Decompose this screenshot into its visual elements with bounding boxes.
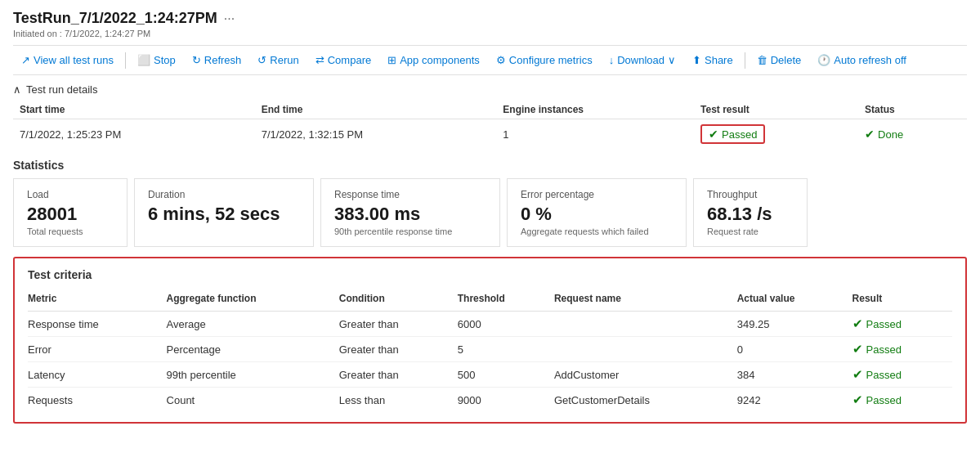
result-check-icon: ✔ [852, 342, 863, 357]
result-passed-badge: ✔ Passed [852, 367, 902, 382]
stop-button[interactable]: ⬜ Stop [129, 51, 184, 70]
passed-badge: ✔ Passed [700, 124, 765, 144]
engine-instances-value: 1 [496, 119, 694, 150]
criteria-metric: Latency [28, 362, 167, 388]
stats-row: Load 28001 Total requests Duration 6 min… [13, 178, 967, 247]
stat-error-value: 0 % [521, 204, 673, 225]
criteria-threshold: 9000 [458, 388, 554, 413]
col-end-time: End time [255, 101, 497, 119]
result-passed-badge: ✔ Passed [852, 316, 902, 331]
stat-card-duration: Duration 6 mins, 52 secs [134, 178, 314, 247]
done-check-icon: ✔ [865, 128, 875, 141]
criteria-table: Metric Aggregate function Condition Thre… [28, 289, 952, 412]
share-button[interactable]: ⬆ Share [684, 51, 741, 70]
result-passed-badge: ✔ Passed [852, 342, 902, 357]
criteria-result: ✔ Passed [852, 388, 952, 413]
result-check-icon: ✔ [852, 392, 863, 407]
criteria-actual-value: 384 [737, 362, 852, 388]
criteria-request-name [554, 337, 737, 362]
subtitle: Initiated on : 7/1/2022, 1:24:27 PM [13, 29, 967, 38]
result-label: Passed [866, 369, 902, 381]
criteria-row: Error Percentage Greater than 5 0 ✔ Pass… [28, 337, 952, 362]
test-criteria-section: Test criteria Metric Aggregate function … [13, 257, 967, 424]
col-request-name: Request name [554, 289, 737, 312]
clock-icon: 🕐 [817, 54, 830, 66]
criteria-aggregate: 99th percentile [167, 362, 339, 388]
collapse-icon: ∧ [13, 83, 21, 96]
stat-error-sublabel: Aggregate requests which failed [521, 227, 673, 236]
start-time-value: 7/1/2022, 1:25:23 PM [13, 119, 255, 150]
stat-card-response-time: Response time 383.00 ms 90th percentile … [320, 178, 500, 247]
title-row: TestRun_7/1/2022_1:24:27PM ··· [13, 10, 967, 27]
compare-button[interactable]: ⇄ Compare [307, 51, 379, 70]
result-label: Passed [866, 318, 902, 330]
auto-refresh-button[interactable]: 🕐 Auto refresh off [809, 51, 915, 70]
stat-error-label: Error percentage [521, 189, 673, 200]
stat-card-error: Error percentage 0 % Aggregate requests … [507, 178, 687, 247]
stat-response-label: Response time [334, 189, 486, 200]
app-components-icon: ⊞ [387, 54, 396, 66]
test-result-value: ✔ Passed [694, 119, 858, 150]
criteria-row: Response time Average Greater than 6000 … [28, 312, 952, 337]
end-time-value: 7/1/2022, 1:32:15 PM [255, 119, 497, 150]
status-value: ✔ Done [858, 119, 967, 150]
delete-button[interactable]: 🗑 Delete [749, 51, 810, 70]
criteria-request-name: AddCustomer [554, 362, 737, 388]
result-label: Passed [866, 343, 902, 356]
details-row: 7/1/2022, 1:25:23 PM 7/1/2022, 1:32:15 P… [13, 119, 967, 150]
stat-duration-value: 6 mins, 52 secs [148, 204, 300, 225]
criteria-condition: Greater than [339, 362, 458, 388]
stat-response-value: 383.00 ms [334, 204, 486, 225]
col-start-time: Start time [13, 101, 255, 119]
download-icon: ↓ [609, 54, 615, 66]
details-table: Start time End time Engine instances Tes… [13, 101, 967, 149]
criteria-condition: Greater than [339, 337, 458, 362]
criteria-metric: Response time [28, 312, 167, 337]
view-all-button[interactable]: ↗ View all test runs [13, 51, 122, 70]
stat-throughput-sublabel: Request rate [707, 227, 794, 236]
stat-card-load: Load 28001 Total requests [13, 178, 128, 247]
col-condition: Condition [339, 289, 458, 312]
col-test-result: Test result [694, 101, 858, 119]
configure-metrics-button[interactable]: ⚙ Configure metrics [488, 51, 601, 70]
stat-card-throughput: Throughput 68.13 /s Request rate [693, 178, 808, 247]
stat-response-sublabel: 90th percentile response time [334, 227, 486, 236]
toolbar: ↗ View all test runs ⬜ Stop ↻ Refresh ↺ … [13, 45, 967, 75]
rerun-button[interactable]: ↺ Rerun [249, 51, 307, 70]
page-title: TestRun_7/1/2022_1:24:27PM [13, 10, 217, 27]
result-label: Passed [866, 394, 902, 406]
test-run-details-header[interactable]: ∧ Test run details [13, 75, 967, 101]
stat-load-label: Load [27, 189, 114, 200]
criteria-threshold: 5 [458, 337, 554, 362]
col-result: Result [852, 289, 952, 312]
passed-check-icon: ✔ [709, 128, 718, 141]
compare-icon: ⇄ [315, 54, 324, 66]
title-menu-button[interactable]: ··· [224, 11, 235, 26]
stop-icon: ⬜ [137, 54, 150, 66]
col-aggregate: Aggregate function [167, 289, 339, 312]
statistics-label: Statistics [13, 159, 967, 172]
delete-icon: 🗑 [757, 54, 767, 66]
col-actual-value: Actual value [737, 289, 852, 312]
configure-metrics-icon: ⚙ [496, 54, 506, 66]
col-status: Status [858, 101, 967, 119]
refresh-icon: ↻ [192, 54, 201, 66]
app-components-button[interactable]: ⊞ App components [379, 51, 488, 70]
criteria-actual-value: 9242 [737, 388, 852, 413]
criteria-result: ✔ Passed [852, 362, 952, 388]
separator-1 [125, 52, 126, 69]
stat-duration-label: Duration [148, 189, 300, 200]
stat-duration-sublabel [148, 227, 300, 236]
col-engine-instances: Engine instances [496, 101, 694, 119]
col-threshold: Threshold [458, 289, 554, 312]
separator-2 [745, 52, 745, 69]
col-metric: Metric [28, 289, 167, 312]
result-check-icon: ✔ [852, 367, 863, 382]
download-button[interactable]: ↓ Download ∨ [601, 51, 684, 70]
criteria-aggregate: Count [167, 388, 339, 413]
stat-load-sublabel: Total requests [27, 227, 114, 236]
refresh-button[interactable]: ↻ Refresh [184, 51, 250, 70]
criteria-request-name [554, 312, 737, 337]
criteria-result: ✔ Passed [852, 312, 952, 337]
download-chevron-icon: ∨ [668, 54, 676, 66]
